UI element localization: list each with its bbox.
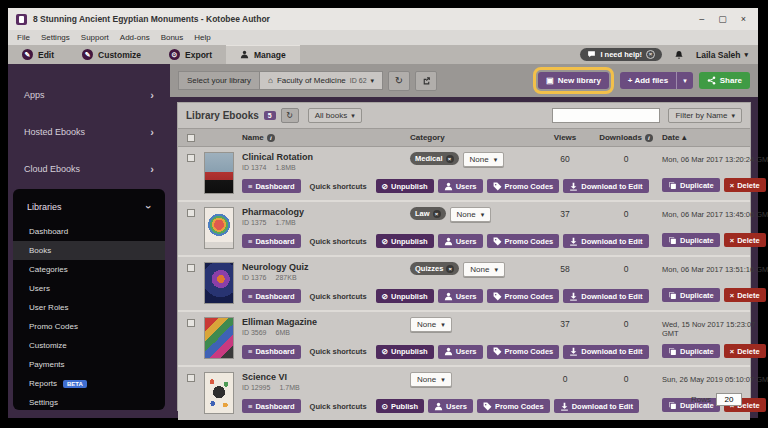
menu-settings[interactable]: Settings	[41, 33, 70, 42]
download-to-edit-button[interactable]: Download to Edit	[563, 289, 648, 303]
sidebar-item-payments[interactable]: Payments	[13, 355, 165, 374]
book-title[interactable]: Neurology Quiz	[242, 262, 404, 272]
sidebar-item-customize[interactable]: Customize	[13, 336, 165, 355]
promo-codes-button[interactable]: Promo Codes	[487, 234, 560, 248]
book-cover-thumbnail[interactable]	[204, 262, 234, 304]
dashboard-button[interactable]: ≡Dashboard	[242, 179, 301, 193]
add-files-caret[interactable]: ▾	[676, 72, 693, 89]
delete-button[interactable]: ×Delete	[724, 233, 766, 247]
delete-button[interactable]: ×Delete	[724, 344, 766, 358]
book-title[interactable]: Elliman Magazine	[242, 317, 404, 327]
category-select[interactable]: None▾	[463, 152, 505, 167]
sidebar-item-apps[interactable]: Apps ›	[8, 76, 170, 113]
header-downloads[interactable]: Downloads	[599, 133, 642, 142]
book-title[interactable]: Clinical Rotation	[242, 152, 404, 162]
open-library-button[interactable]	[415, 71, 437, 91]
menu-bonus[interactable]: Bonus	[161, 33, 184, 42]
tab-export[interactable]: ⊙ Export	[155, 45, 226, 64]
sidebar-item-dashboard[interactable]: Dashboard	[13, 222, 165, 241]
book-title[interactable]: Pharmacology	[242, 207, 404, 217]
header-views[interactable]: Views	[540, 133, 590, 142]
remove-tag-icon[interactable]: ×	[446, 155, 454, 163]
sidebar-item-libraries[interactable]: Libraries ›	[13, 193, 165, 222]
category-tag[interactable]: Quizzes×	[410, 262, 459, 275]
menu-addons[interactable]: Add-ons	[120, 33, 150, 42]
maximize-button[interactable]: ▢	[718, 14, 727, 24]
book-title[interactable]: Science VI	[242, 372, 404, 382]
unpublish-button[interactable]: ⊘Unpublish	[376, 234, 434, 248]
users-button[interactable]: Users	[438, 345, 483, 359]
download-to-edit-button[interactable]: Download to Edit	[563, 345, 648, 359]
users-button[interactable]: Users	[438, 234, 483, 248]
books-filter-dropdown[interactable]: All books ▾	[308, 108, 362, 123]
row-checkbox[interactable]	[187, 154, 195, 162]
unpublish-button[interactable]: ⊘Unpublish	[376, 179, 434, 193]
sidebar-item-promo-codes[interactable]: Promo Codes	[13, 317, 165, 336]
filter-by-name-dropdown[interactable]: Filter by Name ▾	[668, 108, 742, 123]
category-tag[interactable]: Law×	[410, 207, 446, 220]
sidebar-item-users[interactable]: Users	[13, 279, 165, 298]
add-files-button[interactable]: + Add files	[620, 72, 676, 89]
duplicate-button[interactable]: Duplicate	[662, 178, 720, 192]
sidebar-item-categories[interactable]: Categories	[13, 260, 165, 279]
duplicate-button[interactable]: Duplicate	[662, 233, 720, 247]
rows-per-page-input[interactable]	[716, 393, 742, 406]
tab-edit[interactable]: ✎ Edit	[8, 45, 68, 64]
header-category[interactable]: Category	[410, 133, 540, 142]
category-select[interactable]: None▾	[410, 317, 452, 332]
minimize-button[interactable]: –	[699, 14, 704, 24]
sidebar-item-user-roles[interactable]: User Roles	[13, 298, 165, 317]
promo-codes-button[interactable]: Promo Codes	[487, 345, 560, 359]
row-checkbox[interactable]	[187, 374, 195, 382]
duplicate-button[interactable]: Duplicate	[662, 288, 720, 302]
row-checkbox[interactable]	[187, 264, 195, 272]
sidebar-item-books[interactable]: Books	[13, 241, 165, 260]
dashboard-button[interactable]: ≡Dashboard	[242, 289, 301, 303]
sidebar-item-reports[interactable]: Reports BETA	[13, 374, 165, 393]
remove-tag-icon[interactable]: ×	[433, 210, 441, 218]
promo-codes-button[interactable]: Promo Codes	[487, 289, 560, 303]
menu-help[interactable]: Help	[194, 33, 210, 42]
category-select[interactable]: None▾	[463, 262, 505, 277]
dismiss-help-icon[interactable]: ×	[646, 50, 655, 59]
duplicate-button[interactable]: Duplicate	[662, 344, 720, 358]
refresh-library-button[interactable]: ↻	[388, 71, 410, 91]
category-select[interactable]: None▾	[450, 207, 492, 222]
download-to-edit-button[interactable]: Download to Edit	[563, 234, 648, 248]
header-date[interactable]: Date	[662, 133, 679, 142]
menu-file[interactable]: File	[17, 33, 30, 42]
sidebar-item-hosted-ebooks[interactable]: Hosted Ebooks ›	[8, 113, 170, 150]
new-library-button[interactable]: ▣ New library	[538, 72, 609, 89]
tab-manage[interactable]: Manage	[226, 45, 300, 64]
dashboard-button[interactable]: ≡Dashboard	[242, 345, 301, 359]
book-cover-thumbnail[interactable]	[204, 152, 234, 194]
users-button[interactable]: Users	[438, 289, 483, 303]
book-cover-thumbnail[interactable]	[204, 207, 234, 249]
menu-support[interactable]: Support	[81, 33, 109, 42]
header-name[interactable]: Name	[242, 133, 264, 142]
users-button[interactable]: Users	[438, 179, 483, 193]
search-input[interactable]	[552, 108, 660, 123]
close-button[interactable]: ×	[741, 14, 746, 24]
select-all-checkbox[interactable]	[187, 134, 195, 142]
download-to-edit-button[interactable]: Download to Edit	[563, 179, 648, 193]
category-select[interactable]: None▾	[410, 372, 452, 387]
promo-codes-button[interactable]: Promo Codes	[487, 179, 560, 193]
share-button[interactable]: Share	[699, 72, 750, 89]
need-help-button[interactable]: I need help! ×	[580, 48, 662, 61]
library-select-dropdown[interactable]: ⌂ Faculty of Medicine ID 62 ▾	[260, 71, 383, 90]
category-tag[interactable]: Medical×	[410, 152, 459, 165]
dashboard-button[interactable]: ≡Dashboard	[242, 234, 301, 248]
tab-customize[interactable]: ✎ Customize	[68, 45, 155, 64]
unpublish-button[interactable]: ⊘Unpublish	[376, 345, 434, 359]
delete-button[interactable]: ×Delete	[724, 288, 766, 302]
delete-button[interactable]: ×Delete	[724, 178, 766, 192]
sidebar-item-settings[interactable]: Settings	[13, 393, 165, 410]
row-checkbox[interactable]	[187, 209, 195, 217]
notifications-bell-icon[interactable]	[674, 50, 684, 60]
user-menu[interactable]: Laila Saleh ▾	[696, 50, 748, 60]
sidebar-item-cloud-ebooks[interactable]: Cloud Ebooks ›	[8, 150, 170, 187]
row-checkbox[interactable]	[187, 319, 195, 327]
remove-tag-icon[interactable]: ×	[446, 265, 454, 273]
book-cover-thumbnail[interactable]	[204, 317, 234, 359]
